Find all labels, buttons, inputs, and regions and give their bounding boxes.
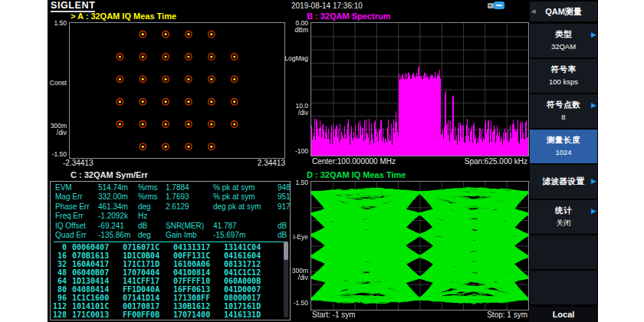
- menu-item-value: 1024: [530, 146, 597, 156]
- hex-group: 171C171D: [123, 260, 173, 268]
- menu-item-type[interactable]: 类型32QAM▶: [530, 24, 597, 58]
- menu-item-symbol-points[interactable]: 符号点数8▶: [530, 94, 597, 128]
- a-trace-format-label: Const: [48, 80, 67, 87]
- hex-group: 00060407: [72, 243, 123, 251]
- hex-group: 1416131D: [224, 310, 274, 319]
- hex-group: 07141D14: [123, 294, 173, 302]
- measurement-row: IQ Offset-69.241dBSNR(MER)41.787dB: [51, 222, 290, 231]
- measurement-cell: deg pk at sym: [213, 202, 278, 212]
- symbol-hex-row: 8004080414FF1D040A16FF0613041D0007: [51, 285, 290, 294]
- hex-group: 041C1C12: [224, 268, 274, 277]
- hex-group: 1017161D: [224, 302, 274, 310]
- a-scale-unit-label: /div: [48, 130, 67, 136]
- menu-item-label: 类型: [530, 24, 597, 40]
- measurement-cell: % pk at sym: [213, 192, 278, 202]
- symbol-hex-row: 16070B16131D1C0B0400FF131C04161604: [51, 251, 290, 260]
- panel-a-header[interactable]: > A : 32QAM IQ Meas Time: [71, 12, 176, 21]
- spectrum-trace: [311, 23, 528, 156]
- hex-offset: 48: [51, 268, 72, 277]
- panel-c-header[interactable]: C : 32QAM Sym/Err: [71, 170, 148, 179]
- measurement-cell: %rms: [138, 183, 166, 192]
- a-xmin-label: -2.34413: [63, 159, 93, 167]
- panel-b-header[interactable]: B : 32QAM Spectrum: [307, 12, 390, 21]
- menu-title-label: QAM测量: [545, 6, 582, 18]
- local-button[interactable]: Local: [529, 307, 598, 322]
- measurement-row: Freq Err-1.2092kHz: [51, 212, 290, 221]
- hex-group: 130B1612: [173, 302, 224, 310]
- hex-offset: 16: [51, 251, 72, 260]
- measurement-cell: 332.00m: [98, 192, 138, 202]
- symbol-hex-rows: 0000604070716071C0413131713141C0416070B1…: [51, 243, 290, 319]
- hex-group: 13141C04: [224, 243, 274, 251]
- measurement-cell: [213, 212, 278, 221]
- hex-offset: 128: [51, 310, 72, 319]
- constellation-plot: [69, 22, 285, 159]
- symbol-hex-row: 961C1C160007141D14171308FF08000017: [51, 294, 290, 302]
- measurement-cell: Quad Err: [55, 231, 98, 240]
- menu-item-symbol-rate[interactable]: 符号率100 ksps: [530, 59, 597, 93]
- usb-device-icon: [488, 2, 504, 9]
- table-scrollbar-thumb[interactable]: [284, 242, 288, 260]
- b-floor-label: -100: [282, 148, 308, 155]
- panel-d-header[interactable]: D : 32QAM IQ Meas Time: [307, 170, 406, 179]
- measurement-cell: deg: [138, 231, 166, 240]
- a-ref-label: 1.50: [48, 20, 67, 27]
- measurement-cell: Freq Err: [55, 212, 98, 221]
- measurement-cell: SNR(MER): [166, 222, 213, 231]
- measurement-cell: 41.787: [213, 222, 278, 231]
- submenu-arrow-icon: ▶: [591, 101, 596, 109]
- menu-item-empty-1: [530, 235, 597, 269]
- hex-group: 04161604: [224, 251, 274, 260]
- siglent-logo: SIGLENT: [51, 1, 95, 12]
- spectrum-plot: [310, 22, 529, 156]
- sym-err-table: EVM514.74m%rms1.7884% pk at sym948Mag Er…: [50, 181, 291, 320]
- measurement-cell: [278, 212, 290, 221]
- menu-item-filter-settings[interactable]: 滤波器设置▶: [530, 165, 597, 199]
- measurement-cell: IQ Offset: [55, 222, 98, 231]
- symbol-hex-row: 32160A0417171C171D16100A0608131712: [51, 260, 290, 268]
- hex-offset: 64: [51, 277, 72, 285]
- menu-item-value: 8: [530, 110, 597, 121]
- hex-group: 08000017: [224, 294, 274, 302]
- menu-item-empty-2: [530, 271, 597, 304]
- eye-diagram-plot: [310, 181, 529, 310]
- menu-item-meas-length[interactable]: 测量长度1024: [530, 130, 597, 163]
- measurement-cell: EVM: [55, 183, 98, 192]
- usb-cap-icon: [494, 2, 504, 9]
- hex-group: 00FF131C: [173, 251, 224, 260]
- menu-item-value: 100 ksps: [530, 75, 597, 86]
- hex-group: 17071400: [173, 310, 224, 319]
- measurement-cell: -15.697m: [213, 231, 278, 240]
- menu-item-label: 符号点数: [530, 94, 597, 110]
- hex-offset: 96: [51, 294, 72, 302]
- symbol-hex-row: 4806040B071707040404100814041C1C12: [51, 268, 290, 277]
- measurement-cell: 514.74m: [98, 183, 138, 192]
- menu-item-statistics[interactable]: 统计关闭▶: [530, 200, 597, 234]
- datetime-label: 2019-08-14 17:36:10: [291, 2, 363, 10]
- display-area: SIGLENT 2019-08-14 17:36:10 > A : 32QAM …: [48, 0, 529, 322]
- table-divider: [54, 242, 287, 242]
- local-label: Local: [553, 310, 575, 319]
- measurement-cell: % pk at sym: [213, 183, 278, 192]
- hex-group: 04080414: [72, 285, 123, 294]
- measurement-cell: -1.2092k: [98, 212, 138, 221]
- instrument-screen: SIGLENT 2019-08-14 17:36:10 > A : 32QAM …: [48, 0, 598, 322]
- eye-diagram-trace: [311, 182, 528, 310]
- hex-offset: 112: [51, 302, 72, 310]
- menu-back-icon[interactable]: ◀: [531, 8, 535, 15]
- measurement-cell: -135.86m: [98, 231, 138, 240]
- a-min-label: -1.50: [48, 151, 67, 158]
- measurement-cell: Gain Imb: [166, 231, 213, 240]
- d-start-label: Start: -1 sym: [312, 310, 356, 319]
- measurement-cell: 951: [278, 192, 297, 202]
- menu-title: ◀ QAM测量: [530, 2, 597, 21]
- hex-group: 04131317: [173, 243, 224, 251]
- measurement-cell: 461.34m: [98, 202, 138, 212]
- submenu-arrow-icon: ▶: [591, 177, 596, 185]
- hex-group: 17070404: [123, 268, 173, 277]
- symbol-hex-row: 128171C0013FF00FF0B170714001416131D: [51, 310, 290, 319]
- hex-group: 060A000B: [224, 277, 274, 285]
- usb-body-icon: [488, 3, 494, 8]
- measurement-row: Quad Err-135.86mdegGain Imb-15.697mdB: [51, 231, 290, 240]
- hex-offset: 0: [51, 243, 72, 251]
